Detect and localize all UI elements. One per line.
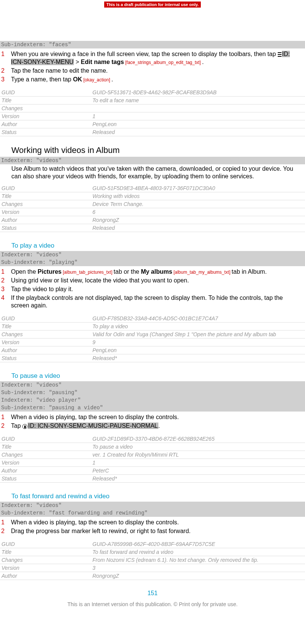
step-number: 1	[1, 50, 11, 66]
page-number: 151	[0, 590, 305, 597]
meta-value: To edit a face name	[91, 96, 305, 104]
text: Tap	[11, 423, 22, 429]
meta-value: Working with videos	[91, 192, 305, 200]
step-1: 1When a video is playing, tap the screen…	[0, 413, 305, 422]
meta-value: GUID-2F1D89FD-3370-4BD6-872E-6628B924E26…	[91, 435, 305, 443]
meta-value: 9	[91, 338, 305, 346]
step-number: 1	[1, 519, 11, 527]
meta-label: Changes	[0, 104, 91, 112]
meta-label: GUID	[0, 184, 91, 192]
meta-value: From Nozomi ICS (edream 6.1). No text ch…	[91, 556, 305, 564]
step-number: 2	[1, 422, 11, 430]
meta-label: Author	[0, 467, 91, 475]
meta-label: Version	[0, 459, 91, 467]
step-1: 1When a video is playing, tap the screen…	[0, 518, 305, 527]
step-text: Tap the face name to edit the name.	[11, 67, 305, 75]
string-id: [face_strings_album_op_edit_tag_txt]	[124, 60, 202, 65]
meta-value: To play a video	[91, 323, 305, 331]
footer-text: This is an Internet version of this publ…	[0, 601, 305, 607]
step-text: When you are viewing a face in the full …	[11, 51, 278, 57]
step-text: When a video is playing, tap the screen …	[11, 413, 305, 421]
task-heading-play-video: To play a video	[0, 239, 305, 251]
meta-value: 6	[91, 208, 305, 216]
meta-value: Released	[91, 224, 305, 232]
meta-table: GUIDGUID-2F1D89FD-3370-4BD6-872E-6628B92…	[0, 435, 305, 483]
step-2: 2Drag the progress bar marker left to re…	[0, 527, 305, 536]
step-2: 2Using grid view or list view, locate th…	[0, 276, 305, 285]
step-number: 4	[1, 294, 11, 310]
indexterm: Indexterm: "video player"	[0, 396, 305, 404]
draft-banner: This is a draft publication for internal…	[104, 2, 201, 8]
meta-value: Released	[91, 128, 305, 136]
step-number: 1	[1, 268, 11, 276]
meta-label: Status	[0, 354, 91, 362]
meta-label: Version	[0, 208, 91, 216]
step-number: 1	[1, 413, 11, 421]
step-number: 2	[1, 527, 11, 535]
meta-table: GUIDGUID-A785999B-662F-4020-8B3F-69AAF7D…	[0, 540, 305, 580]
meta-label: Title	[0, 548, 91, 556]
meta-label: Title	[0, 443, 91, 451]
meta-label: Title	[0, 96, 91, 104]
meta-label: Status	[0, 128, 91, 136]
meta-label: Title	[0, 192, 91, 200]
subindexterm: Sub-indexterm: "playing"	[0, 259, 305, 266]
indexterm: Indexterm: "videos"	[0, 381, 305, 389]
meta-value: RongrongZ	[91, 216, 305, 224]
task-heading-pause-video: To pause a video	[0, 369, 305, 381]
indexterm: Indexterm: "videos"	[0, 502, 305, 509]
meta-label: GUID	[0, 540, 91, 548]
meta-label: Title	[0, 323, 91, 331]
meta-label: GUID	[0, 89, 91, 97]
meta-value: GUID-F785DB32-33A8-44C6-AD5C-001BC1E7C4A…	[91, 315, 305, 323]
meta-label: GUID	[0, 315, 91, 323]
meta-table: GUIDGUID-F785DB32-33A8-44C6-AD5C-001BC1E…	[0, 315, 305, 362]
string-id: [okay_action]	[82, 77, 111, 83]
ui-label: Edit name tags	[81, 59, 124, 65]
meta-value: Valid for Odin and Yuga (Changed Step 1 …	[91, 331, 305, 338]
step-text: Tap the video to play it.	[11, 285, 305, 293]
meta-value: ver. 1 Created for Robyn/Mimmi RTL	[91, 451, 305, 459]
subindexterm: Sub-indexterm: "pausing a video"	[0, 404, 305, 412]
meta-value: RongrongZ	[91, 572, 305, 580]
meta-label: Version	[0, 112, 91, 120]
meta-value: Released*	[91, 475, 305, 483]
ui-label: Pictures	[38, 268, 61, 275]
step-text: Using grid view or list view, locate the…	[11, 277, 305, 285]
meta-label: Changes	[0, 331, 91, 338]
text: .	[158, 423, 160, 429]
meta-table: GUIDGUID-5F513671-8DE9-4A62-982F-8CAF8EB…	[0, 89, 305, 136]
meta-value: Released*	[91, 354, 305, 362]
step-3: 3 Type a name, then tap OK [okay_action]…	[0, 75, 305, 84]
meta-value: 1	[91, 459, 305, 467]
meta-label: Author	[0, 216, 91, 224]
step-number: 2	[1, 67, 11, 75]
string-id: [album_tab_pictures_txt]	[61, 270, 113, 275]
meta-label: Author	[0, 346, 91, 354]
meta-value: PengLeon	[91, 346, 305, 354]
subindexterm: Sub-indexterm: "pausing"	[0, 389, 305, 396]
indexterm-videos: Indexterm: "videos"	[0, 157, 305, 164]
body-paragraph: Use Album to watch videos that you've ta…	[0, 164, 305, 185]
step-number: 2	[1, 277, 11, 285]
meta-value: PeterC	[91, 467, 305, 475]
meta-label: Author	[0, 572, 91, 580]
meta-value: GUID-5F513671-8DE9-4A62-982F-8CAF8EB3D9A…	[91, 89, 305, 97]
step-number: 3	[1, 76, 11, 84]
meta-label: Changes	[0, 451, 91, 459]
meta-label: Version	[0, 564, 91, 572]
meta-value: To pause a video	[91, 443, 305, 451]
step-1: 1 When you are viewing a face in the ful…	[0, 50, 305, 67]
pause-icon	[22, 424, 27, 429]
icon-id: ID: ICN-SONY-SEMC-MUSIC-PAUSE-NORMAL	[28, 423, 158, 429]
meta-value	[91, 104, 305, 112]
text: .	[202, 59, 203, 65]
meta-value: PengLeon	[91, 120, 305, 128]
meta-value: 1	[91, 112, 305, 120]
indexterm: Indexterm: "videos"	[0, 251, 305, 259]
step-text: Type a name, then tap	[11, 76, 73, 83]
step-4: 4If the playback controls are not displa…	[0, 294, 305, 310]
step-3: 3Tap the video to play it.	[0, 285, 305, 294]
step-number: 3	[1, 285, 11, 293]
meta-value: 3	[91, 564, 305, 572]
